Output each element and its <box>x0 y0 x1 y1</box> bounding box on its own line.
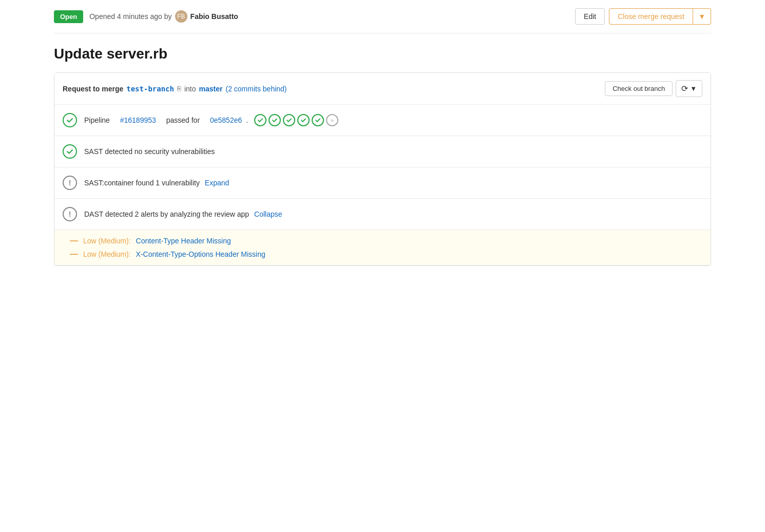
pipeline-suffix: . <box>246 116 248 124</box>
git-icon: ⟳ <box>681 84 688 93</box>
commit-link[interactable]: 0e5852e6 <box>210 116 242 124</box>
copy-icon[interactable]: ⎘ <box>177 85 181 92</box>
vulnerability-list: — Low (Medium): Content-Type Header Miss… <box>54 230 711 265</box>
into-text: into <box>184 85 196 93</box>
dast-warning-icon: ! <box>63 207 77 221</box>
edit-button[interactable]: Edit <box>575 8 605 25</box>
header-actions: Edit Close merge request ▼ <box>575 8 711 25</box>
pipeline-status-row: Pipeline #16189953 passed for 0e5852e6. <box>54 105 711 136</box>
vuln-item-1: — Low (Medium): Content-Type Header Miss… <box>70 236 702 245</box>
checkout-branch-button[interactable]: Check out branch <box>605 81 673 96</box>
vuln-link-1[interactable]: Content-Type Header Missing <box>136 237 231 245</box>
exclaim-icon: ! <box>69 179 71 187</box>
pipeline-prefix: Pipeline <box>84 116 110 124</box>
sast-container-text: SAST:container found 1 vulnerability Exp… <box>84 179 702 187</box>
vuln-severity-1: Low (Medium): <box>83 237 131 245</box>
pipeline-text: Pipeline #16189953 passed for 0e5852e6. <box>84 114 702 126</box>
request-to-merge-label: Request to merge <box>63 85 123 93</box>
merge-ref-row: Request to merge test-branch ⎘ into mast… <box>54 73 711 105</box>
vuln-dash-2: — <box>70 250 78 259</box>
exclaim-icon-2: ! <box>69 210 71 218</box>
header-meta: Opened 4 minutes ago by FB Fabio Busatto <box>89 10 238 23</box>
pipeline-success-icon <box>63 113 77 127</box>
merge-ref-text: Request to merge test-branch ⎘ into mast… <box>63 85 287 93</box>
check-4[interactable] <box>297 114 310 126</box>
vuln-dash-1: — <box>70 236 78 245</box>
vuln-link-2[interactable]: X-Content-Type-Options Header Missing <box>136 250 265 258</box>
check-1[interactable] <box>254 114 266 126</box>
merge-request-header: Open Opened 4 minutes ago by FB Fabio Bu… <box>54 0 711 33</box>
sast-container-warning-icon: ! <box>63 176 77 190</box>
sast-no-vuln-text: SAST detected no security vulnerabilitie… <box>84 147 702 156</box>
status-badge: Open <box>54 10 83 23</box>
dropdown-arrow-icon: ▼ <box>690 85 697 92</box>
avatar: FB <box>175 10 187 23</box>
git-options-button[interactable]: ⟳ ▼ <box>676 80 702 97</box>
commits-behind: (2 commits behind) <box>225 85 286 93</box>
close-merge-button[interactable]: Close merge request <box>609 8 693 25</box>
sast-container-row: ! SAST:container found 1 vulnerability E… <box>54 167 711 199</box>
merge-ref-actions: Check out branch ⟳ ▼ <box>605 80 702 97</box>
vuln-item-2: — Low (Medium): X-Content-Type-Options H… <box>70 250 702 259</box>
chevron-down-icon: ▼ <box>698 12 705 21</box>
dast-collapse-link[interactable]: Collapse <box>254 210 282 218</box>
pipeline-middle: passed for <box>166 116 200 124</box>
mr-title: Update server.rb <box>54 33 711 72</box>
author-name: Fabio Busatto <box>190 12 238 21</box>
opened-text: Opened 4 minutes ago by <box>89 12 171 21</box>
target-branch-link[interactable]: master <box>199 85 223 93</box>
pipeline-number-link[interactable]: #16189953 <box>120 116 156 124</box>
header-left: Open Opened 4 minutes ago by FB Fabio Bu… <box>54 10 238 23</box>
merge-info-box: Request to merge test-branch ⎘ into mast… <box>54 72 711 266</box>
source-branch-link[interactable]: test-branch <box>126 85 174 93</box>
close-merge-group: Close merge request ▼ <box>609 8 711 25</box>
vuln-severity-2: Low (Medium): <box>83 250 131 258</box>
sast-no-vuln-row: SAST detected no security vulnerabilitie… <box>54 136 711 167</box>
check-more[interactable]: » <box>326 114 338 126</box>
close-merge-dropdown-button[interactable]: ▼ <box>693 8 711 25</box>
check-3[interactable] <box>283 114 295 126</box>
dast-row: ! DAST detected 2 alerts by analyzing th… <box>54 199 711 230</box>
check-2[interactable] <box>269 114 281 126</box>
pipeline-checks: » <box>254 114 338 126</box>
sast-success-icon <box>63 144 77 159</box>
dast-text: DAST detected 2 alerts by analyzing the … <box>84 210 702 218</box>
sast-container-expand-link[interactable]: Expand <box>205 179 229 187</box>
check-5[interactable] <box>312 114 324 126</box>
